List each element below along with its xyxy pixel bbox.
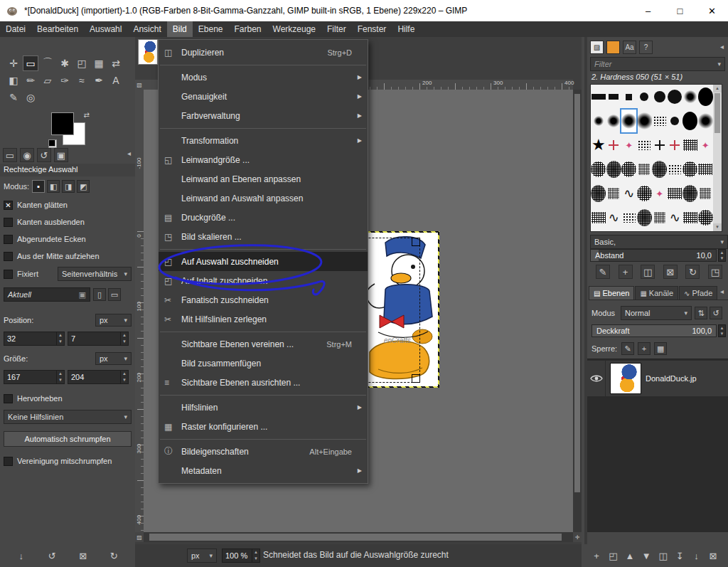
duplicate-brush-icon[interactable]: ◫ <box>641 265 655 279</box>
free-select-tool[interactable]: ⌒ <box>40 55 55 71</box>
portrait-orientation-button[interactable]: ▯ <box>93 288 106 301</box>
bucket-fill-tool[interactable]: ◧ <box>6 73 21 88</box>
menu-item-leinwand-an-ebenen[interactable]: Leinwand an Ebenen anpassen <box>159 169 368 189</box>
brush-scrollbar-thumb[interactable] <box>714 93 720 133</box>
fuzzy-select-tool[interactable]: ✱ <box>57 55 73 71</box>
menubar-item-ansicht[interactable]: Ansicht <box>127 21 166 37</box>
brush-spacing-slider[interactable]: Abstand 10,0 <box>590 249 717 262</box>
tool-options-tab-icon[interactable]: ▭ <box>3 148 17 162</box>
menu-item-auf-auswahl-zuschneiden[interactable]: ◰Auf Auswahl zuschneiden <box>159 252 368 271</box>
new-layer-icon[interactable]: + <box>589 548 604 563</box>
device-status-tab-icon[interactable]: ◉ <box>20 148 34 162</box>
lock-pixels-icon[interactable]: ✎ <box>621 342 634 355</box>
menu-item-auf-inhalt-zuschneiden[interactable]: ◰Auf Inhalt zuschneiden <box>159 271 368 290</box>
brush-sf4[interactable] <box>637 110 652 132</box>
position-y-spinner[interactable]: 7 <box>68 332 129 346</box>
aspect-menu-icon[interactable]: ▣ <box>79 290 86 300</box>
pencil-tool[interactable]: ✏ <box>23 73 38 88</box>
highlight-checkbox[interactable] <box>4 394 13 403</box>
subtract-mode-button[interactable]: ◨ <box>62 180 75 193</box>
brush-dots1[interactable] <box>621 206 636 229</box>
swap-colors-icon[interactable]: ⇄ <box>84 111 90 119</box>
brush-scroll-down-icon[interactable]: ▼ <box>713 223 722 231</box>
tab-kanaele[interactable]: ▦Kanäle <box>635 286 678 300</box>
delete-layer-icon[interactable]: ⊠ <box>705 548 721 563</box>
selection-handle-top-right[interactable] <box>412 238 420 246</box>
position-y-steppers[interactable] <box>120 332 128 345</box>
zoom-spinner[interactable]: 100 % <box>222 549 260 563</box>
rounded-corners-checkbox[interactable] <box>4 235 13 244</box>
quick-mask-button[interactable]: ▨ <box>135 532 144 542</box>
brush-sf2[interactable] <box>606 110 621 132</box>
anchor-layer-icon[interactable]: ↧ <box>672 548 687 563</box>
menubar-item-filter[interactable]: Filter <box>321 21 352 37</box>
size-height-steppers[interactable] <box>120 371 128 383</box>
brush-dots2[interactable] <box>668 182 682 205</box>
brush-sf3[interactable] <box>621 110 636 132</box>
layer-row[interactable]: DonaldDuck.jp <box>587 361 728 396</box>
size-width-steppers[interactable] <box>56 371 64 383</box>
menu-item-bild-skalieren[interactable]: ◳Bild skalieren ... <box>159 227 368 246</box>
minimize-button[interactable]: – <box>632 0 664 21</box>
brush-dots3[interactable] <box>606 182 621 205</box>
lock-position-icon[interactable]: + <box>638 342 651 355</box>
brush-dots3[interactable] <box>637 158 652 181</box>
brush-star[interactable]: ★ <box>591 134 606 157</box>
menu-item-sichtbare-ebenen-vereinen[interactable]: Sichtbare Ebenen vereinen ...Strg+M <box>159 334 368 354</box>
brush-chalk1[interactable] <box>682 158 697 181</box>
brush-sf3[interactable] <box>698 110 713 132</box>
layer-mode-reset-button[interactable]: ↺ <box>710 307 722 319</box>
reset-tool-options-icon[interactable]: ↻ <box>106 548 122 563</box>
menu-item-leinwandgroesse[interactable]: ◱Leinwandgröße ... <box>159 150 368 169</box>
menu-item-druckgroesse[interactable]: ▤Druckgröße ... <box>159 208 368 227</box>
menu-item-metadaten[interactable]: Metadaten▶ <box>159 461 368 480</box>
brush-vine[interactable]: ∿ <box>606 206 621 229</box>
brush-sparkp[interactable]: ✦ <box>652 182 667 205</box>
aspect-ratio-input[interactable]: Aktuell ▣ <box>4 287 90 302</box>
intersect-mode-button[interactable]: ◩ <box>77 180 90 193</box>
menubar-item-auswahl[interactable]: Auswahl <box>84 21 127 37</box>
menu-item-sichtbare-ebenen-ausrichten[interactable]: ≡Sichtbare Ebenen ausrichten ... <box>159 373 368 392</box>
menubar-item-fenster[interactable]: Fenster <box>352 21 392 37</box>
color-picker-tool[interactable]: ✎ <box>6 90 21 105</box>
layer-opacity-steppers[interactable] <box>718 324 726 337</box>
menu-item-mit-hilfslinien-zerlegen[interactable]: ✂Mit Hilfslinien zerlegen <box>159 309 368 329</box>
brush-group-dropdown[interactable]: Basic, <box>590 235 728 249</box>
zoom-tool[interactable]: ◎ <box>23 90 38 105</box>
refresh-brushes-icon[interactable]: ↻ <box>685 265 700 279</box>
brush-scroll-up-icon[interactable]: ▲ <box>713 85 722 92</box>
raise-layer-icon[interactable]: ▲ <box>622 548 638 563</box>
selection-handle-bottom-right[interactable] <box>412 374 420 383</box>
rectangle-select-tool[interactable]: ▭ <box>23 55 38 71</box>
brush-sparkp[interactable]: ✦ <box>621 134 636 157</box>
fonts-tab-icon[interactable]: Aa <box>623 41 636 54</box>
brush-dots1[interactable] <box>652 110 667 132</box>
ink-tool[interactable]: ✑ <box>57 73 73 88</box>
menu-item-duplizieren[interactable]: ◫DuplizierenStrg+D <box>159 43 368 62</box>
default-colors-icon[interactable] <box>48 139 57 148</box>
patterns-tab-icon[interactable] <box>606 41 620 54</box>
auto-shrink-button[interactable]: Automatisch schrumpfen <box>4 431 132 447</box>
brush-dots1[interactable] <box>637 134 652 157</box>
brush-chalk2[interactable] <box>652 158 667 181</box>
menu-item-farbverwaltung[interactable]: Farbverwaltung▶ <box>159 106 368 125</box>
brush-spacing-steppers[interactable] <box>718 249 726 262</box>
brush-dots3[interactable] <box>652 206 667 229</box>
menubar-item-bearbeiten[interactable]: Bearbeiten <box>31 21 84 37</box>
close-button[interactable]: ✕ <box>696 0 728 21</box>
size-height-spinner[interactable]: 204 <box>68 370 129 384</box>
smudge-tool[interactable]: ≈ <box>74 73 90 88</box>
antialias-checkbox-row[interactable]: Kanten glätten <box>4 196 132 213</box>
brush-crossr[interactable] <box>606 134 621 157</box>
document-history-tab-icon[interactable]: ? <box>639 41 653 54</box>
layer-opacity-slider[interactable]: Deckkraft 100,0 <box>592 324 717 337</box>
menubar-item-bild[interactable]: Bild <box>167 21 193 37</box>
open-brush-image-icon[interactable]: ◳ <box>708 265 722 279</box>
brush-barw[interactable] <box>591 85 606 108</box>
foreground-color-swatch[interactable] <box>51 112 74 135</box>
horizontal-scrollbar-thumb[interactable] <box>149 534 562 541</box>
brush-ch2[interactable] <box>652 85 667 108</box>
expand-from-center-checkbox[interactable] <box>4 252 13 261</box>
brush-chalk1[interactable] <box>698 206 713 229</box>
duplicate-layer-icon[interactable]: ◫ <box>655 548 671 563</box>
